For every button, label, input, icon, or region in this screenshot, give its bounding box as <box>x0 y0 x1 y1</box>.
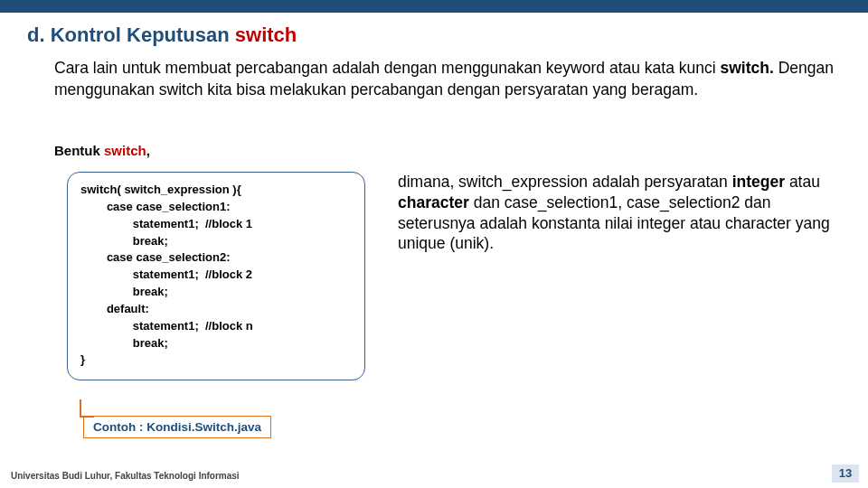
bentuk-comma: , <box>146 143 150 158</box>
desc-t2: atau <box>785 173 820 191</box>
code-l01: switch( switch_expression ){ <box>80 183 241 196</box>
code-l11: } <box>80 352 85 366</box>
connector-horizontal <box>80 416 94 418</box>
code-l06: statement1; //block 2 <box>80 267 252 281</box>
heading-prefix: Kontrol Keputusan <box>51 23 235 46</box>
example-box: Contoh : Kondisi.Switch.java <box>83 416 271 438</box>
code-l09: statement1; //block n <box>80 319 253 333</box>
slide: d. Kontrol Keputusan switch Cara lain un… <box>0 0 868 488</box>
footer-text: Universitas Budi Luhur, Fakultas Teknolo… <box>11 471 240 481</box>
desc-b2: character <box>398 193 469 211</box>
desc-t1: dimana, switch_expression adalah persyar… <box>398 173 732 191</box>
example-wrapper: Contoh : Kondisi.Switch.java <box>67 416 271 438</box>
example-label: Contoh : Kondisi.Switch.java <box>93 420 261 434</box>
form-label: Bentuk switch, <box>54 143 150 158</box>
desc-b1: integer <box>732 173 785 191</box>
code-l03: statement1; //block 1 <box>80 217 252 230</box>
code-l05: case case_selection2: <box>80 250 231 264</box>
bentuk-keyword: switch <box>104 143 146 158</box>
intro-line1: Cara lain untuk membuat percabangan adal… <box>54 59 716 77</box>
top-bar <box>0 0 868 13</box>
heading-keyword: switch <box>235 23 297 46</box>
code-l07: break; <box>80 285 168 298</box>
heading-marker: d. <box>27 23 45 46</box>
intro-keyword: switch. <box>720 59 773 77</box>
description-paragraph: dimana, switch_expression adalah persyar… <box>398 172 841 254</box>
code-l02: case case_selection1: <box>80 200 231 213</box>
section-heading: d. Kontrol Keputusan switch <box>27 23 297 47</box>
page-number: 13 <box>832 465 859 483</box>
code-l10: break; <box>80 336 168 350</box>
code-l04: break; <box>80 234 168 248</box>
bentuk-label: Bentuk <box>54 143 104 158</box>
code-box: switch( switch_expression ){ case case_s… <box>67 172 365 380</box>
connector-vertical <box>80 399 81 416</box>
code-l08: default: <box>80 302 149 315</box>
intro-paragraph: Cara lain untuk membuat percabangan adal… <box>54 58 841 100</box>
